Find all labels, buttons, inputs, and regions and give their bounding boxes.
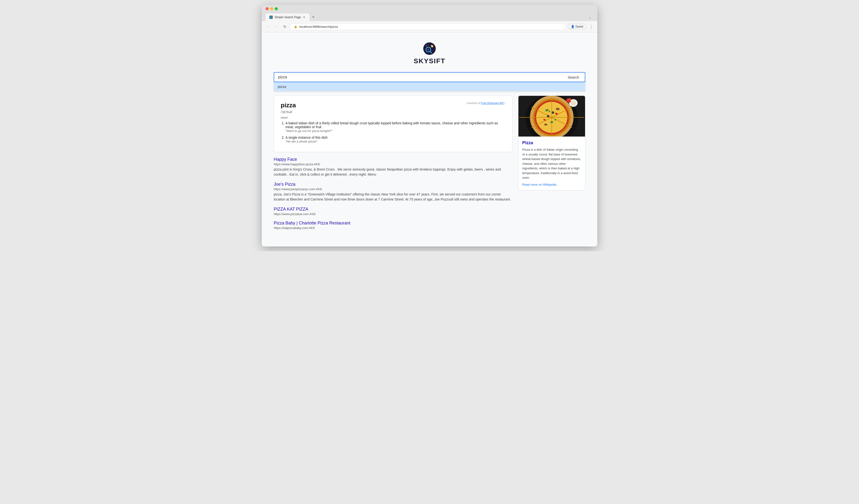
- browser-toolbar: ← → ↻ 🔒 localhost:9999/search/pizza 👤 Gu…: [262, 21, 597, 32]
- browser-controls: [266, 7, 593, 10]
- logo-icon: [421, 42, 438, 56]
- minimize-button[interactable]: [270, 7, 273, 10]
- svg-point-24: [556, 108, 560, 110]
- wikipedia-title[interactable]: Pizza: [522, 140, 581, 146]
- search-input[interactable]: [274, 72, 562, 82]
- close-button[interactable]: [266, 7, 269, 10]
- guest-button[interactable]: 👤 Guest: [568, 24, 586, 29]
- dict-definition-1: A baked Italian dish of a thinly rolled …: [285, 121, 506, 133]
- autocomplete-dropdown: pizza: [274, 82, 585, 91]
- logo-text: SKYSIFT: [414, 57, 445, 65]
- url-text: localhost:9999/search/pizza: [299, 25, 338, 29]
- page-content: SKYSIFT Search pizza (courtesy of: [262, 32, 597, 246]
- svg-point-35: [568, 98, 571, 101]
- result-title-2[interactable]: PIZZA KAT PIZZA: [274, 207, 308, 212]
- svg-point-0: [423, 42, 436, 55]
- tab-favicon: 🌐: [269, 16, 273, 19]
- result-title-1[interactable]: Joe's Pizza: [274, 182, 295, 187]
- result-url-0: https://www.happyface.pizza:443/: [274, 163, 512, 166]
- wiki-image: [518, 96, 585, 137]
- wikipedia-description: Pizza is a dish of Italian origin consis…: [522, 147, 581, 180]
- dict-pos: noun: [281, 116, 506, 119]
- results-container: (courtesy of Free Dictionary API ) pizza…: [274, 95, 585, 234]
- lock-icon: 🔒: [294, 25, 298, 28]
- dictionary-card: (courtesy of Free Dictionary API ) pizza…: [274, 95, 512, 152]
- search-result-2: PIZZA KAT PIZZA https://www.pizzakat.com…: [274, 207, 512, 216]
- back-button[interactable]: ←: [265, 24, 271, 30]
- new-tab-button[interactable]: +: [310, 13, 317, 21]
- wikipedia-read-more-link[interactable]: Read more on Wikipedia: [522, 183, 556, 186]
- tab-close-button[interactable]: ✕: [303, 15, 305, 19]
- dict-source-link[interactable]: Free Dictionary API: [481, 102, 504, 104]
- result-snippet-0: pizza joint in King's Cross, & Brent Cro…: [274, 167, 512, 177]
- address-bar[interactable]: 🔒 localhost:9999/search/pizza: [290, 23, 566, 30]
- guest-label: Guest: [575, 25, 583, 28]
- svg-point-27: [553, 112, 554, 113]
- svg-point-9: [427, 49, 429, 50]
- tab-title: Simple Search Page: [275, 16, 301, 19]
- browser-window: 🌐 Simple Search Page ✕ + ⌄ ← → ↻ 🔒 local…: [262, 5, 597, 246]
- svg-point-33: [570, 101, 576, 105]
- logo-container: SKYSIFT: [274, 42, 585, 65]
- svg-point-2: [428, 45, 428, 45]
- svg-point-25: [544, 124, 547, 125]
- user-icon: 👤: [571, 25, 574, 28]
- result-title-0[interactable]: Happy Face: [274, 157, 297, 162]
- dict-example-2: "He ate a whole pizza!": [285, 140, 318, 143]
- svg-point-30: [555, 119, 556, 121]
- result-url-1: https://www.joespizzanyc.com:443/: [274, 187, 512, 191]
- search-row: Search: [274, 72, 585, 82]
- search-button[interactable]: Search: [562, 72, 585, 82]
- search-result-0: Happy Face https://www.happyface.pizza:4…: [274, 157, 512, 177]
- browser-titlebar: 🌐 Simple Search Page ✕ + ⌄: [262, 5, 597, 21]
- tabs-row: 🌐 Simple Search Page ✕ + ⌄: [266, 13, 593, 21]
- results-sidebar: Pizza Pizza is a dish of Italian origin …: [518, 95, 585, 234]
- autocomplete-item[interactable]: pizza: [274, 82, 585, 91]
- maximize-button[interactable]: [275, 7, 278, 10]
- result-title-3[interactable]: Pizza Baby | Charlotte Pizza Restaurant: [274, 220, 350, 225]
- result-url-3: https://eatpizzababy.com:443/: [274, 226, 512, 230]
- results-main: (courtesy of Free Dictionary API ) pizza…: [274, 95, 512, 234]
- browser-tab[interactable]: 🌐 Simple Search Page ✕: [266, 13, 310, 21]
- dict-phonetic: /ˈpiːtsə/: [281, 110, 506, 114]
- refresh-button[interactable]: ↻: [282, 24, 288, 30]
- result-url-2: https://www.pizzakat.com:443/: [274, 212, 512, 216]
- wikipedia-card: Pizza Pizza is a dish of Italian origin …: [518, 95, 585, 190]
- tabs-expand-icon: ⌄: [587, 13, 593, 21]
- result-snippet-1: pizza, Joe's Pizza is a "Greenwich Villa…: [274, 192, 512, 202]
- wiki-body: Pizza Pizza is a dish of Italian origin …: [518, 137, 585, 190]
- svg-point-29: [548, 116, 548, 117]
- search-result-3: Pizza Baby | Charlotte Pizza Restaurant …: [274, 220, 512, 230]
- svg-point-1: [426, 46, 427, 46]
- dict-definitions: A baked Italian dish of a thinly rolled …: [281, 121, 506, 143]
- dict-source: (courtesy of Free Dictionary API ): [467, 102, 506, 104]
- browser-menu-button[interactable]: ⋮: [588, 23, 594, 30]
- dict-example-1: "Want to go out for pizza tonight?": [285, 129, 332, 133]
- dict-definition-2: A single instance of this dish "He ate a…: [285, 136, 506, 143]
- forward-button[interactable]: →: [273, 24, 280, 30]
- svg-point-6: [431, 45, 433, 47]
- search-result-1: Joe's Pizza https://www.joespizzanyc.com…: [274, 182, 512, 202]
- svg-point-31: [548, 111, 550, 112]
